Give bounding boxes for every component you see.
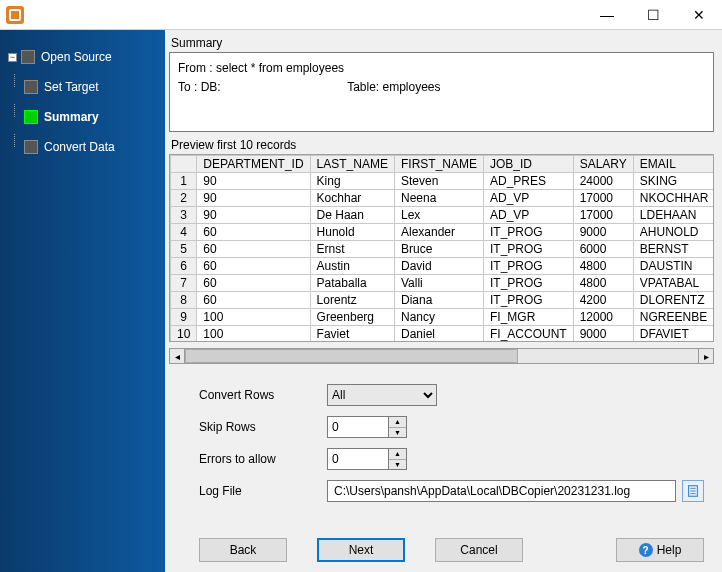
table-cell: FI_ACCOUNT xyxy=(483,326,573,342)
convert-rows-select[interactable]: All xyxy=(327,384,437,406)
back-button[interactable]: Back xyxy=(199,538,287,562)
row-number-cell: 4 xyxy=(171,224,197,241)
scroll-track[interactable] xyxy=(185,348,698,364)
table-cell: De Haan xyxy=(310,207,394,224)
browse-log-button[interactable] xyxy=(682,480,704,502)
table-cell: Lorentz xyxy=(310,292,394,309)
help-button[interactable]: ? Help xyxy=(616,538,704,562)
preview-heading: Preview first 10 records xyxy=(171,138,714,152)
row-number-cell: 3 xyxy=(171,207,197,224)
preview-table-scroll[interactable]: DEPARTMENT_IDLAST_NAMEFIRST_NAMEJOB_IDSA… xyxy=(170,155,713,341)
table-cell: 24000 xyxy=(573,173,633,190)
table-cell: Diana xyxy=(394,292,483,309)
table-cell: 100 xyxy=(197,326,310,342)
scroll-right-icon[interactable]: ▸ xyxy=(698,348,714,364)
table-cell: Steven xyxy=(394,173,483,190)
convert-rows-label: Convert Rows xyxy=(199,388,319,402)
table-cell: Hunold xyxy=(310,224,394,241)
table-cell: Greenberg xyxy=(310,309,394,326)
table-row[interactable]: 860LorentzDianaIT_PROG4200DLORENTZ103 xyxy=(171,292,714,309)
sidebar-item-convert-data[interactable]: Convert Data xyxy=(0,134,165,160)
table-cell: 6000 xyxy=(573,241,633,258)
row-number-cell: 9 xyxy=(171,309,197,326)
errors-allow-spinner[interactable]: ▲ ▼ xyxy=(327,448,407,470)
table-row[interactable]: 290KochharNeenaAD_VP17000NKOCHHAR100 xyxy=(171,190,714,207)
table-cell: 60 xyxy=(197,258,310,275)
spin-up-icon[interactable]: ▲ xyxy=(389,449,406,460)
skip-rows-spinner[interactable]: ▲ ▼ xyxy=(327,416,407,438)
minimize-button[interactable]: — xyxy=(584,0,630,30)
table-cell: 4800 xyxy=(573,258,633,275)
cancel-button[interactable]: Cancel xyxy=(435,538,523,562)
table-cell: 60 xyxy=(197,292,310,309)
options-grid: Convert Rows All Skip Rows ▲ ▼ Errors to… xyxy=(169,384,714,502)
maximize-button[interactable]: ☐ xyxy=(630,0,676,30)
tree-collapse-icon[interactable]: − xyxy=(8,53,17,62)
scroll-left-icon[interactable]: ◂ xyxy=(169,348,185,364)
log-file-input[interactable] xyxy=(327,480,676,502)
table-cell: 60 xyxy=(197,224,310,241)
row-number-header xyxy=(171,156,197,173)
step-icon xyxy=(24,80,38,94)
table-cell: Neena xyxy=(394,190,483,207)
table-cell: BERNST xyxy=(633,241,713,258)
column-header[interactable]: FIRST_NAME xyxy=(394,156,483,173)
sidebar-item-open-source[interactable]: − Open Source xyxy=(0,44,165,70)
column-header[interactable]: LAST_NAME xyxy=(310,156,394,173)
table-row[interactable]: 9100GreenbergNancyFI_MGR12000NGREENBE101 xyxy=(171,309,714,326)
table-cell: 60 xyxy=(197,241,310,258)
app-icon xyxy=(6,6,24,24)
table-row[interactable]: 460HunoldAlexanderIT_PROG9000AHUNOLD102 xyxy=(171,224,714,241)
column-header[interactable]: SALARY xyxy=(573,156,633,173)
help-icon: ? xyxy=(639,543,653,557)
row-number-cell: 5 xyxy=(171,241,197,258)
table-cell: 90 xyxy=(197,173,310,190)
table-row[interactable]: 560ErnstBruceIT_PROG6000BERNST103 xyxy=(171,241,714,258)
sidebar-item-set-target[interactable]: Set Target xyxy=(0,74,165,100)
row-number-cell: 2 xyxy=(171,190,197,207)
table-row[interactable]: 190KingStevenAD_PRES24000SKINGnull xyxy=(171,173,714,190)
spin-down-icon[interactable]: ▼ xyxy=(389,428,406,438)
scroll-thumb[interactable] xyxy=(185,349,518,363)
spin-up-icon[interactable]: ▲ xyxy=(389,417,406,428)
table-cell: IT_PROG xyxy=(483,224,573,241)
table-row[interactable]: 660AustinDavidIT_PROG4800DAUSTIN103 xyxy=(171,258,714,275)
table-cell: AHUNOLD xyxy=(633,224,713,241)
sidebar-item-summary[interactable]: Summary xyxy=(0,104,165,130)
table-cell: Kochhar xyxy=(310,190,394,207)
table-cell: LDEHAAN xyxy=(633,207,713,224)
skip-rows-input[interactable] xyxy=(328,417,388,437)
table-cell: IT_PROG xyxy=(483,292,573,309)
next-button[interactable]: Next xyxy=(317,538,405,562)
column-header[interactable]: DEPARTMENT_ID xyxy=(197,156,310,173)
table-cell: 4800 xyxy=(573,275,633,292)
sidebar-item-label: Summary xyxy=(44,110,99,124)
close-button[interactable]: ✕ xyxy=(676,0,722,30)
row-number-cell: 1 xyxy=(171,173,197,190)
errors-allow-input[interactable] xyxy=(328,449,388,469)
step-icon xyxy=(24,110,38,124)
table-cell: NKOCHHAR xyxy=(633,190,713,207)
table-cell: DAUSTIN xyxy=(633,258,713,275)
row-number-cell: 8 xyxy=(171,292,197,309)
row-number-cell: 7 xyxy=(171,275,197,292)
table-cell: DLORENTZ xyxy=(633,292,713,309)
table-row[interactable]: 760PataballaValliIT_PROG4800VPATABAL103 xyxy=(171,275,714,292)
step-icon xyxy=(24,140,38,154)
summary-heading: Summary xyxy=(171,36,714,50)
table-cell: Bruce xyxy=(394,241,483,258)
step-icon xyxy=(21,50,35,64)
table-cell: 17000 xyxy=(573,190,633,207)
spin-down-icon[interactable]: ▼ xyxy=(389,460,406,470)
wizard-footer: Back Next Cancel ? Help xyxy=(169,528,714,566)
table-row[interactable]: 10100FavietDanielFI_ACCOUNT9000DFAVIET10… xyxy=(171,326,714,342)
column-header[interactable]: JOB_ID xyxy=(483,156,573,173)
column-header[interactable]: EMAIL xyxy=(633,156,713,173)
table-row[interactable]: 390De HaanLexAD_VP17000LDEHAAN100 xyxy=(171,207,714,224)
table-cell: 60 xyxy=(197,275,310,292)
table-cell: VPATABAL xyxy=(633,275,713,292)
horizontal-scrollbar[interactable]: ◂ ▸ xyxy=(169,348,714,364)
table-cell: 9000 xyxy=(573,224,633,241)
table-cell: AD_PRES xyxy=(483,173,573,190)
sidebar-item-label: Set Target xyxy=(44,80,98,94)
